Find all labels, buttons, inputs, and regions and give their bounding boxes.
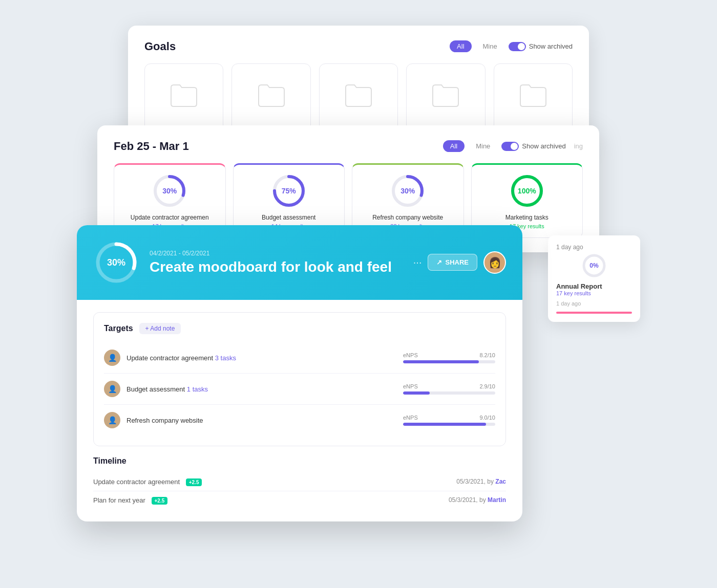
toggle-switch[interactable] (509, 42, 526, 51)
week-show-archived[interactable]: Show archived (501, 142, 565, 151)
progress-ring-1: 30% (152, 173, 187, 209)
week-header: Feb 25 - Mar 1 All Mine Show archived in… (114, 140, 583, 153)
metric-label-row-2: eNPS 2.9/10 (403, 383, 495, 389)
week-mine-btn[interactable]: Mine (469, 140, 497, 152)
share-label: SHARE (445, 258, 469, 266)
metric-label-row-1: eNPS 8.2/10 (403, 352, 495, 358)
toggle-text: Show archived (529, 42, 573, 50)
timeline-section: Timeline Update contractor agreement +2.… (93, 456, 506, 509)
progress-ring-4: 100% (509, 173, 545, 209)
show-archived-toggle[interactable]: Show archived (509, 42, 573, 51)
time-ago-label-1: 1 day ago (556, 244, 632, 251)
metric-label-row-3: eNPS 9.0/10 (403, 415, 495, 421)
main-header-content: 04/2/2021 - 05/2/2021 Create moodboard f… (150, 250, 403, 275)
metric-bar-bg-2 (403, 391, 495, 395)
timeline-date-1: 05/3/2021, by Zac (456, 478, 506, 485)
add-note-button[interactable]: + Add note (139, 323, 181, 334)
target-name-3: Refresh company website (126, 417, 203, 424)
mine-filter-btn[interactable]: Mine (476, 40, 504, 52)
folder-icon-5 (518, 82, 549, 108)
annual-ring-label: 0% (589, 262, 598, 269)
main-progress-ring: 30% (93, 239, 139, 286)
target-name-2: Budget assessment (126, 385, 187, 393)
target-row-1: 👤 Update contractor agreement 3 tasks eN… (104, 342, 495, 374)
ring-label-1: 30% (162, 187, 177, 195)
ring-label-4: 100% (518, 187, 536, 195)
metric-bar-fill-2 (403, 391, 430, 395)
timeline-item-2: Plan for next year +2.5 (93, 496, 449, 504)
week-extra: ing (574, 142, 583, 150)
metric-value-2: 2.9/10 (479, 383, 495, 389)
timeline-title: Timeline (93, 456, 506, 466)
main-header: 30% 04/2/2021 - 05/2/2021 Create moodboa… (77, 225, 522, 300)
folder-icon-2 (256, 82, 287, 108)
metric-value-1: 8.2/10 (479, 352, 495, 358)
timeline-badge-1: +2.5 (186, 478, 202, 486)
targets-section: Targets + Add note 👤 Update contractor a… (93, 312, 506, 446)
annual-report-results: 17 key results (556, 290, 632, 296)
target-link-1[interactable]: 3 tasks (215, 354, 236, 362)
metric-bar-fill-1 (403, 360, 479, 363)
progress-ring-3: 30% (390, 173, 426, 209)
metric-label-3: eNPS (403, 415, 418, 421)
target-info-2: Budget assessment 1 tasks (126, 384, 403, 394)
metric-value-3: 9.0/10 (479, 415, 495, 421)
week-goal-name-4: Marketing tasks (505, 214, 549, 221)
target-metric-1: eNPS 8.2/10 (403, 352, 495, 363)
main-ring-label: 30% (107, 257, 125, 268)
main-card: 30% 04/2/2021 - 05/2/2021 Create moodboa… (77, 225, 522, 521)
target-avatar-2: 👤 (104, 381, 120, 397)
week-toggle[interactable] (501, 142, 519, 151)
folder-icon-4 (430, 82, 461, 108)
target-link-2[interactable]: 1 tasks (187, 385, 208, 393)
annual-report-title: Annual Report (556, 282, 632, 290)
annual-report-ring: 0% (581, 253, 607, 278)
goals-filters: All Mine Show archived (450, 40, 573, 52)
target-avatar-1: 👤 (104, 350, 120, 366)
target-avatar-3: 👤 (104, 412, 120, 428)
share-button[interactable]: ↗ SHARE (428, 254, 477, 271)
main-body: Targets + Add note 👤 Update contractor a… (77, 300, 522, 521)
metric-label-2: eNPS (403, 383, 418, 389)
timeline-person-2: Martin (488, 496, 506, 504)
metric-label-1: eNPS (403, 352, 418, 358)
timeline-row-1: Update contractor agreement +2.5 05/3/20… (93, 473, 506, 491)
metric-bar-bg-3 (403, 423, 495, 426)
target-metric-2: eNPS 2.9/10 (403, 383, 495, 395)
target-info-1: Update contractor agreement 3 tasks (126, 353, 403, 362)
week-filters: All Mine Show archived ing (443, 140, 583, 152)
week-all-btn[interactable]: All (443, 140, 465, 152)
metric-bar-bg-1 (403, 360, 495, 363)
timeline-item-1: Update contractor agreement +2.5 (93, 478, 456, 486)
week-goal-name-1: Update contractor agreemen (131, 214, 209, 221)
more-options-icon[interactable]: ··· (413, 256, 422, 268)
week-goal-name-3: Refresh company website (372, 214, 443, 221)
metric-bar-fill-3 (403, 423, 486, 426)
annual-report-bar (556, 312, 632, 314)
timeline-person-1: Zac (495, 478, 506, 485)
week-toggle-text: Show archived (522, 142, 565, 150)
target-metric-3: eNPS 9.0/10 (403, 415, 495, 426)
folder-icon-3 (343, 82, 374, 108)
avatar: 👩 (483, 251, 506, 274)
annual-report-card: 1 day ago 0% Annual Report 17 key result… (548, 235, 640, 322)
target-row-3: 👤 Refresh company website eNPS 9.0/10 (104, 405, 495, 435)
goals-header: Goals All Mine Show archived (144, 40, 573, 53)
timeline-row-2: Plan for next year +2.5 05/3/2021, by Ma… (93, 491, 506, 509)
target-info-3: Refresh company website (126, 416, 403, 425)
ring-label-2: 75% (282, 187, 296, 195)
targets-header: Targets + Add note (104, 323, 495, 334)
all-filter-btn[interactable]: All (450, 40, 471, 52)
ring-label-3: 30% (400, 187, 415, 195)
week-goal-name-2: Budget assessment (262, 214, 315, 221)
folder-icon-1 (168, 82, 199, 108)
annual-report-time: 1 day ago (556, 300, 632, 307)
week-title: Feb 25 - Mar 1 (114, 140, 189, 153)
main-title: Create moodboard for look and feel (150, 259, 403, 275)
timeline-badge-2: +2.5 (152, 497, 168, 505)
goals-title: Goals (144, 40, 176, 53)
target-name-1: Update contractor agreement (126, 354, 215, 362)
progress-ring-2: 75% (271, 173, 307, 209)
timeline-date-2: 05/3/2021, by Martin (449, 496, 506, 504)
main-date-range: 04/2/2021 - 05/2/2021 (150, 250, 403, 257)
